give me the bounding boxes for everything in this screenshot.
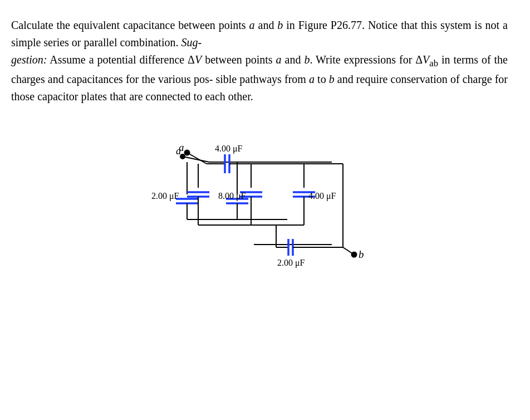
cap-left-label: 2.00 μF [151,191,179,201]
label-a: a [179,141,184,153]
cap-center-left-label: 8.00 μF [218,191,246,201]
cap-right-label: 4.00 μF [308,191,336,201]
problem-text: Calculate the equivalent capacitance bet… [11,17,508,105]
label-b: b [359,248,364,260]
cap-top-label: 4.00 μF [215,144,243,154]
cap-bottom-label: 2.00 μF [277,258,305,268]
circuit-diagram: a [11,128,508,272]
svg-line-12 [187,153,207,164]
svg-line-22 [343,247,354,255]
